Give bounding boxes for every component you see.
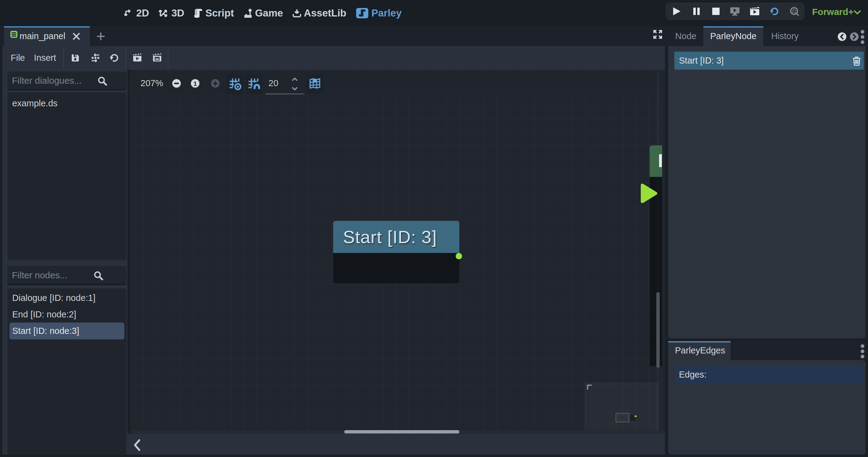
svg-text:1: 1 [193,80,197,87]
